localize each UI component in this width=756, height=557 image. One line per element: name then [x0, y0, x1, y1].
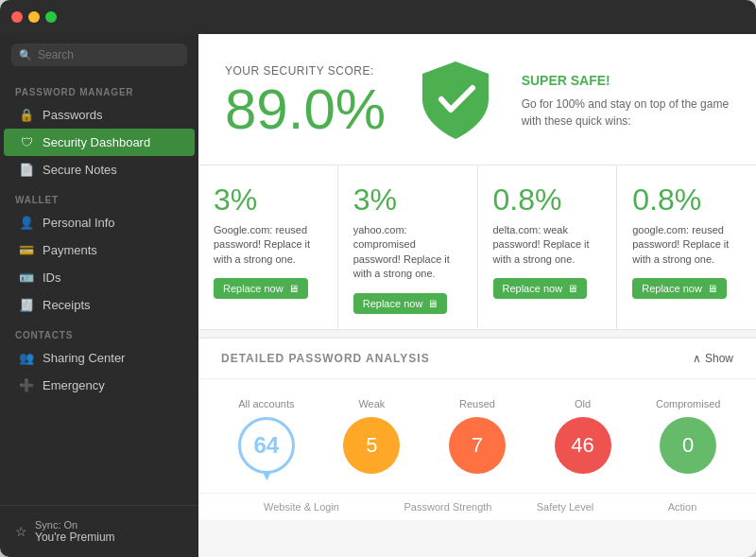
monitor-icon-3: 🖥: [707, 283, 717, 294]
shield-icon: 🛡: [19, 135, 34, 149]
traffic-lights: [11, 11, 57, 23]
col-strength: Password Strength: [389, 501, 507, 513]
col-website: Website & Login: [214, 501, 389, 513]
replace-btn-label-1: Replace now: [363, 298, 423, 309]
circle-value-old[interactable]: 46: [555, 417, 611, 474]
circle-compromised: Compromised 0: [635, 398, 741, 474]
card-1: 3% yahoo.com: compromised password! Repl…: [338, 165, 478, 329]
sidebar-item-label: Sharing Center: [43, 351, 125, 365]
card-icon: 💳: [19, 243, 34, 257]
replace-btn-label-2: Replace now: [503, 283, 563, 294]
card-percent-1: 3%: [353, 183, 462, 218]
circle-value-reused[interactable]: 7: [449, 417, 506, 474]
circle-value-compromised[interactable]: 0: [660, 417, 716, 474]
chevron-up-icon: ∧: [693, 352, 701, 365]
safe-area: SUPER SAFE! Go for 100% and stay on top …: [512, 73, 730, 130]
score-section: YOUR SECURITY SCORE: 89.0% SUPER SAFE! G…: [198, 34, 756, 165]
section-label-contacts: CONTACTS: [0, 319, 198, 344]
safe-desc: Go for 100% and stay on top of the game …: [522, 96, 730, 130]
main-content: YOUR SECURITY SCORE: 89.0% SUPER SAFE! G…: [198, 34, 756, 557]
circle-reused: Reused 7: [424, 398, 530, 474]
replace-btn-3[interactable]: Replace now 🖥: [632, 278, 727, 299]
show-label: Show: [705, 352, 733, 365]
card-desc-2: delta.com: weak password! Replace it wit…: [493, 223, 602, 267]
analysis-circles: All accounts 64 Weak 5 Reused 7 Old 46: [198, 379, 756, 493]
show-button[interactable]: ∧ Show: [693, 352, 733, 365]
sidebar-item-emergency[interactable]: ➕ Emergency: [4, 372, 195, 399]
replace-btn-1[interactable]: Replace now 🖥: [353, 293, 448, 314]
titlebar: [0, 0, 756, 34]
search-input[interactable]: [38, 48, 180, 61]
analysis-header: DETAILED PASSWORD ANALYSIS ∧ Show: [198, 339, 756, 379]
sidebar-item-personal-info[interactable]: 👤 Personal Info: [4, 209, 195, 236]
monitor-icon-1: 🖥: [427, 298, 438, 309]
circle-value-weak[interactable]: 5: [343, 417, 400, 474]
id-icon: 🪪: [19, 270, 34, 285]
table-header: Website & Login Password Strength Safety…: [198, 493, 756, 520]
section-label-wallet: WALLET: [0, 183, 198, 209]
sidebar-section-contacts: CONTACTS 👥 Sharing Center ➕ Emergency: [0, 319, 198, 399]
sidebar-item-label: Receipts: [43, 298, 91, 312]
circle-old: Old 46: [530, 398, 636, 474]
replace-btn-label-3: Replace now: [642, 283, 702, 294]
maximize-button[interactable]: [45, 11, 57, 23]
circle-all-accounts: All accounts 64: [214, 398, 319, 474]
score-value: 89.0%: [225, 81, 399, 138]
app-window: 🔍 PASSWORD MANAGER 🔒 Passwords 🛡 Securit…: [0, 0, 756, 557]
minimize-button[interactable]: [28, 11, 40, 23]
sync-info: Sync: On You're Premium: [35, 519, 115, 544]
sidebar-item-label: Passwords: [43, 108, 103, 122]
sidebar-item-sharing-center[interactable]: 👥 Sharing Center: [4, 344, 195, 372]
col-safety: Safety Level: [507, 501, 624, 513]
sidebar-item-secure-notes[interactable]: 📄 Secure Notes: [4, 156, 195, 183]
search-bar[interactable]: 🔍: [11, 44, 187, 66]
sidebar-item-label: Emergency: [43, 378, 105, 392]
cards-section: 3% Google.com: reused password! Replace …: [198, 165, 756, 330]
sidebar-item-receipts[interactable]: 🧾 Receipts: [4, 291, 195, 319]
emergency-icon: ➕: [19, 378, 34, 392]
circle-label-compromised: Compromised: [656, 398, 720, 409]
sidebar-item-label: IDs: [43, 270, 61, 285]
sidebar-item-ids[interactable]: 🪪 IDs: [4, 264, 195, 291]
card-percent-2: 0.8%: [493, 183, 602, 218]
person-icon: 👤: [19, 216, 34, 230]
replace-btn-label-0: Replace now: [223, 283, 284, 294]
circle-label-reused: Reused: [459, 398, 495, 409]
search-icon: 🔍: [19, 49, 32, 61]
shield-graphic: [418, 57, 493, 142]
card-desc-0: Google.com: reused password! Replace it …: [214, 223, 322, 267]
note-icon: 📄: [19, 163, 34, 177]
sidebar: 🔍 PASSWORD MANAGER 🔒 Passwords 🛡 Securit…: [0, 34, 198, 557]
circle-value-all[interactable]: 64: [238, 417, 295, 474]
replace-btn-2[interactable]: Replace now 🖥: [493, 278, 588, 299]
monitor-icon-0: 🖥: [288, 283, 299, 294]
card-percent-3: 0.8%: [632, 183, 741, 218]
sidebar-item-label: Personal Info: [43, 216, 115, 230]
circle-label-weak: Weak: [358, 398, 385, 409]
sidebar-item-label: Security Dashboard: [43, 135, 150, 149]
card-percent-0: 3%: [214, 183, 322, 218]
score-area: YOUR SECURITY SCORE: 89.0%: [225, 64, 399, 138]
receipt-icon: 🧾: [19, 298, 34, 312]
star-icon: ☆: [15, 524, 27, 539]
sidebar-section-wallet: WALLET 👤 Personal Info 💳 Payments 🪪 IDs …: [0, 183, 198, 319]
card-3: 0.8% google.com: reused password! Replac…: [617, 165, 756, 329]
circle-weak: Weak 5: [319, 398, 425, 474]
section-label-password-manager: PASSWORD MANAGER: [0, 76, 198, 101]
card-desc-1: yahoo.com: compromised password! Replace…: [353, 223, 462, 282]
lock-icon: 🔒: [19, 108, 34, 122]
sync-status: Sync: On: [35, 519, 115, 531]
sidebar-item-passwords[interactable]: 🔒 Passwords: [4, 101, 195, 129]
card-desc-3: google.com: reused password! Replace it …: [632, 223, 741, 267]
close-button[interactable]: [11, 11, 23, 23]
sidebar-item-security-dashboard[interactable]: 🛡 Security Dashboard: [4, 129, 195, 156]
analysis-title: DETAILED PASSWORD ANALYSIS: [221, 352, 430, 365]
monitor-icon-2: 🖥: [567, 283, 577, 294]
group-icon: 👥: [19, 351, 34, 365]
sidebar-item-payments[interactable]: 💳 Payments: [4, 236, 195, 264]
card-2: 0.8% delta.com: weak password! Replace i…: [478, 165, 618, 329]
analysis-section: DETAILED PASSWORD ANALYSIS ∧ Show All ac…: [198, 338, 756, 520]
sidebar-item-label: Payments: [43, 243, 97, 257]
replace-btn-0[interactable]: Replace now 🖥: [214, 278, 308, 299]
score-label: YOUR SECURITY SCORE:: [225, 64, 399, 78]
